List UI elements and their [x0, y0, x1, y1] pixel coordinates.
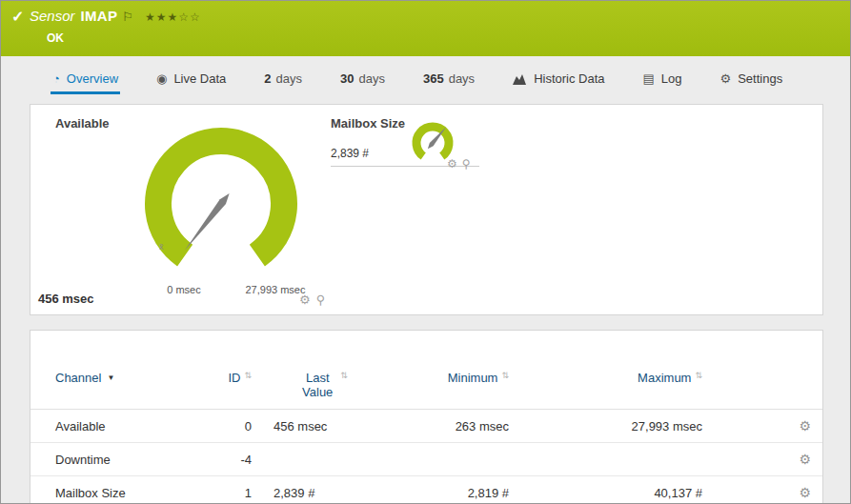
tab-log[interactable]: ▤ Log	[641, 66, 684, 94]
mailbox-current-value: 2,839 #	[331, 147, 369, 160]
log-list-icon: ▤	[643, 71, 655, 86]
column-header-maximum[interactable]: Maximum⇅	[509, 371, 702, 385]
gauges-panel: Available x̄ 0 msec 27,993 msec 456 msec…	[30, 104, 823, 315]
tab-label: Live Data	[173, 71, 226, 86]
sort-icon: ⇅	[695, 371, 702, 380]
channel-id: 0	[198, 419, 252, 433]
channel-name: Mailbox Size	[55, 486, 198, 500]
available-gauge: x̄	[131, 118, 312, 290]
sort-icon: ⇅	[244, 371, 252, 380]
flag-icon[interactable]: ⚐	[122, 10, 133, 24]
tab-label: days	[358, 71, 384, 86]
priority-stars[interactable]: ★★★☆☆	[145, 10, 201, 24]
available-gauge-actions: ⚙ ⚲	[299, 292, 325, 307]
edit-channel-icon[interactable]: ⚙	[799, 485, 811, 500]
edit-channel-icon[interactable]: ⚙	[799, 418, 811, 433]
page-title: SensorIMAP⚐★★★☆☆	[30, 8, 201, 24]
gear-icon[interactable]: ⚙	[447, 157, 457, 171]
sort-icon: ⇅	[501, 371, 509, 380]
column-header-minimum[interactable]: Minimum⇅	[395, 371, 509, 385]
column-label: ID	[228, 371, 240, 385]
sort-direction-icon: ▼	[107, 373, 114, 382]
tab-label: days	[276, 71, 302, 86]
sensor-name: IMAP	[81, 8, 118, 24]
tab-settings[interactable]: ⚙ Settings	[719, 66, 785, 94]
sort-icon: ⇅	[340, 371, 348, 399]
channel-last-value: 456 msec	[252, 419, 395, 433]
mailbox-gauge-actions: ⚙ ⚲	[447, 157, 471, 171]
tab-label: Historic Data	[534, 71, 604, 86]
tab-number: 365	[423, 71, 444, 86]
gauge-icon: ◔	[52, 71, 60, 86]
tab-365-days[interactable]: 365 days	[421, 66, 476, 94]
channel-id: 1	[198, 486, 252, 500]
gear-icon: ⚙	[720, 71, 732, 86]
channel-maximum: 40,137 #	[509, 486, 702, 500]
channel-minimum: 263 msec	[395, 419, 509, 433]
available-gauge-title: Available	[55, 116, 110, 131]
column-header-last-value[interactable]: Last Value⇅	[252, 371, 395, 399]
table-row-downtime: Downtime -4 ⚙	[30, 443, 822, 476]
channel-minimum: 2,819 #	[395, 486, 509, 500]
column-header-id[interactable]: ID⇅	[198, 371, 252, 385]
tab-label: days	[449, 71, 475, 86]
sensor-type-label: Sensor	[30, 8, 75, 24]
channel-id: -4	[198, 453, 252, 467]
sensor-header: ✓ SensorIMAP⚐★★★☆☆ OK	[1, 1, 850, 56]
column-label: Channel	[55, 371, 101, 385]
gauge-min-label: 0 msec	[152, 284, 215, 295]
area-chart-icon	[513, 73, 527, 85]
edit-channel-icon[interactable]: ⚙	[799, 452, 811, 467]
available-current-value: 456 msec	[38, 292, 94, 306]
mailbox-gauge-title: Mailbox Size	[331, 116, 405, 131]
tab-label: Log	[661, 71, 682, 86]
tab-live-data[interactable]: ◉ Live Data	[154, 66, 228, 94]
gear-icon[interactable]: ⚙	[299, 292, 311, 307]
channel-name: Downtime	[55, 453, 198, 467]
pin-icon[interactable]: ⚲	[462, 157, 471, 171]
tab-label: Settings	[738, 71, 782, 86]
table-row-available: Available 0 456 msec 263 msec 27,993 mse…	[30, 410, 822, 443]
tab-number: 2	[264, 71, 271, 86]
sensor-overview-page: ✓ SensorIMAP⚐★★★☆☆ OK ◔ Overview ◉ Live …	[0, 0, 851, 504]
tab-label: Overview	[67, 71, 118, 86]
channel-maximum: 27,993 msec	[509, 419, 702, 433]
status-ok-check-icon: ✓	[11, 8, 24, 26]
channel-name: Available	[55, 419, 198, 433]
table-header-row: Channel ▼ ID⇅ Last Value⇅ Minimum⇅ Maxim…	[30, 331, 822, 410]
tab-overview[interactable]: ◔ Overview	[51, 66, 120, 94]
broadcast-icon: ◉	[156, 71, 167, 86]
channels-table-panel: Channel ▼ ID⇅ Last Value⇅ Minimum⇅ Maxim…	[30, 330, 823, 504]
column-label: Last Value	[298, 371, 336, 399]
tab-number: 30	[340, 71, 354, 86]
column-header-channel[interactable]: Channel ▼	[55, 371, 198, 385]
tab-bar: ◔ Overview ◉ Live Data 2 days 30 days 36…	[1, 66, 850, 94]
pin-icon[interactable]: ⚲	[316, 292, 326, 307]
channel-last-value: 2,839 #	[252, 486, 395, 500]
average-marker: x̄	[159, 242, 164, 252]
column-label: Maximum	[638, 371, 691, 385]
table-row-mailbox-size: Mailbox Size 1 2,839 # 2,819 # 40,137 # …	[30, 476, 822, 504]
tab-2-days[interactable]: 2 days	[262, 66, 304, 94]
tab-30-days[interactable]: 30 days	[338, 66, 387, 94]
column-label: Minimum	[448, 371, 498, 385]
tab-historic-data[interactable]: Historic Data	[511, 66, 606, 94]
sensor-status-badge: OK	[47, 31, 64, 45]
